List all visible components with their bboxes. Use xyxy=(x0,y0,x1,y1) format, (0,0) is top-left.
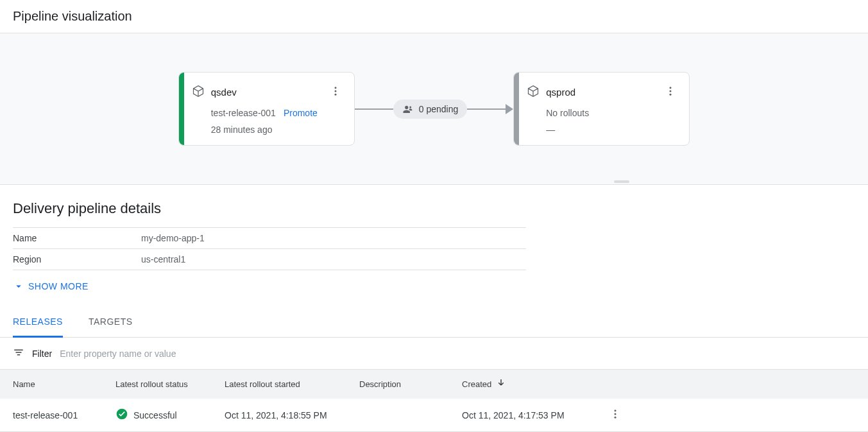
svg-point-0 xyxy=(334,87,336,89)
stage-release-name: No rollouts xyxy=(546,108,589,118)
resize-handle[interactable] xyxy=(614,180,629,183)
pending-count-label: 0 pending xyxy=(419,104,459,114)
pending-approvals-chip[interactable]: 0 pending xyxy=(393,99,468,119)
svg-point-8 xyxy=(615,410,617,411)
stage-card-qsdev[interactable]: qsdev test-release-001 Promote 28 minute… xyxy=(178,72,355,146)
release-status-cell: Successful xyxy=(103,399,212,432)
column-header-name[interactable]: Name xyxy=(0,370,103,399)
more-vert-icon[interactable] xyxy=(327,83,344,101)
stage-status-bar xyxy=(179,73,184,145)
more-vert-icon[interactable] xyxy=(609,411,621,422)
release-description-cell xyxy=(346,399,449,432)
column-header-description[interactable]: Description xyxy=(346,370,449,399)
releases-table: Name Latest rollout status Latest rollou… xyxy=(0,369,868,432)
details-table: Name my-demo-app-1 Region us-central1 xyxy=(13,227,526,270)
stage-card-qsprod[interactable]: qsprod No rollouts — xyxy=(513,72,690,146)
svg-point-1 xyxy=(334,91,336,92)
arrow-icon xyxy=(506,104,513,114)
arrow-down-icon xyxy=(495,377,507,391)
stage-time: 28 minutes ago xyxy=(192,125,344,135)
promote-button[interactable]: Promote xyxy=(284,108,318,118)
chevron-down-icon xyxy=(13,281,24,292)
target-icon xyxy=(527,85,540,99)
details-title: Delivery pipeline details xyxy=(13,200,855,217)
details-label: Name xyxy=(13,228,141,249)
more-vert-icon[interactable] xyxy=(662,83,679,101)
release-started-cell: Oct 11, 2021, 4:18:55 PM xyxy=(212,399,346,432)
filter-icon[interactable] xyxy=(13,347,24,360)
svg-point-2 xyxy=(334,94,336,96)
pipeline-connector: 0 pending xyxy=(355,99,514,119)
filter-input[interactable] xyxy=(60,349,252,359)
details-label: Region xyxy=(13,249,141,270)
success-icon xyxy=(115,408,128,422)
column-header-created[interactable]: Created xyxy=(449,370,597,399)
target-icon xyxy=(192,85,205,99)
details-value: my-demo-app-1 xyxy=(141,228,526,249)
stage-time: — xyxy=(527,125,679,135)
pipeline-row: qsdev test-release-001 Promote 28 minute… xyxy=(178,72,690,146)
visualization-title: Pipeline visualization xyxy=(0,0,868,33)
details-value: us-central1 xyxy=(141,249,526,270)
show-more-button[interactable]: SHOW MORE xyxy=(13,270,89,302)
tab-targets[interactable]: TARGETS xyxy=(89,307,133,338)
svg-point-3 xyxy=(409,106,411,108)
stage-status-bar xyxy=(514,73,519,145)
release-created-cell: Oct 11, 2021, 4:17:53 PM xyxy=(449,399,597,432)
column-header-started[interactable]: Latest rollout started xyxy=(212,370,346,399)
svg-point-5 xyxy=(670,91,672,92)
column-header-status[interactable]: Latest rollout status xyxy=(103,370,212,399)
svg-point-4 xyxy=(670,87,672,89)
filter-bar: Filter xyxy=(0,338,868,369)
stage-name: qsprod xyxy=(546,87,575,98)
svg-point-10 xyxy=(615,417,617,419)
release-name-cell: test-release-001 xyxy=(0,399,103,432)
stage-name: qsdev xyxy=(211,87,237,98)
details-row: Name my-demo-app-1 xyxy=(13,228,526,249)
stage-release-name: test-release-001 xyxy=(211,108,276,118)
svg-point-9 xyxy=(615,413,617,415)
filter-label: Filter xyxy=(32,349,52,359)
table-row[interactable]: test-release-001 Successful Oct 11, 2021… xyxy=(0,399,868,432)
tab-releases[interactable]: RELEASES xyxy=(13,307,63,338)
tabs: RELEASES TARGETS xyxy=(0,307,868,338)
details-row: Region us-central1 xyxy=(13,249,526,270)
pipeline-visualization-area: qsdev test-release-001 Promote 28 minute… xyxy=(0,33,868,185)
svg-point-6 xyxy=(670,94,672,96)
